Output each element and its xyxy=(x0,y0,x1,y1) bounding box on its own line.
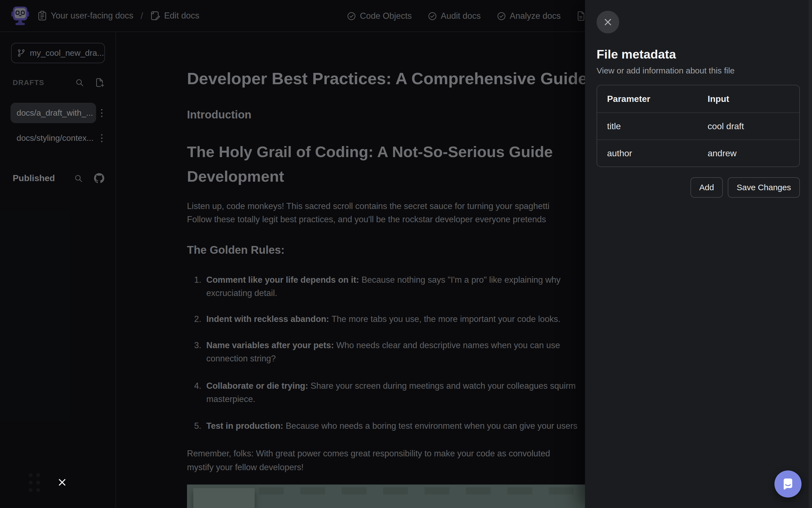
app-window: Your user-facing docs / Edit docs xyxy=(0,0,812,508)
chat-launcher-button[interactable] xyxy=(774,470,802,498)
table-row: author andrew xyxy=(597,139,799,167)
panel-scrollbar-gutter[interactable] xyxy=(809,0,812,508)
metadata-table: Parameter Input title cool draft author … xyxy=(597,85,800,167)
parameter-cell: title xyxy=(597,121,707,131)
panel-subtitle: View or add information about this file xyxy=(597,66,800,75)
panel-actions: Add Save Changes xyxy=(597,177,800,198)
save-changes-button[interactable]: Save Changes xyxy=(728,177,800,198)
panel-close-button[interactable] xyxy=(597,11,619,33)
table-header-row: Parameter Input xyxy=(597,85,799,112)
table-row: title cool draft xyxy=(597,112,799,139)
input-cell[interactable]: cool draft xyxy=(707,121,799,131)
column-header-parameter: Parameter xyxy=(597,94,707,104)
drag-handle-dots-icon[interactable] xyxy=(29,473,40,492)
column-header-input: Input xyxy=(707,94,799,104)
panel-title: File metadata xyxy=(597,47,800,61)
close-icon xyxy=(603,17,613,27)
widget-close-icon[interactable] xyxy=(58,478,66,486)
input-cell[interactable]: andrew xyxy=(707,148,799,159)
file-metadata-panel: File metadata View or add information ab… xyxy=(585,0,812,508)
parameter-cell: author xyxy=(597,148,707,159)
add-button[interactable]: Add xyxy=(690,177,723,198)
chat-bubble-icon xyxy=(781,477,795,491)
